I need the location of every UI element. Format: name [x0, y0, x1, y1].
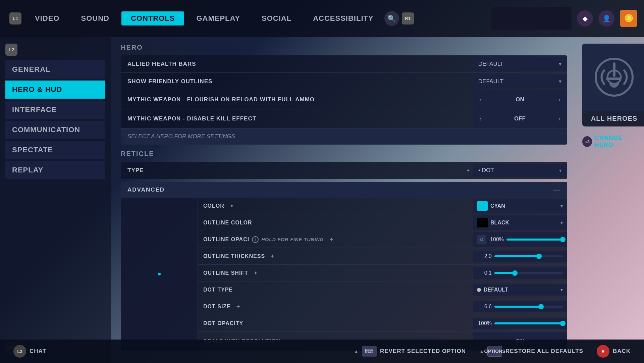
next-arrow-button[interactable]: ›: [553, 94, 566, 106]
chevron-down-icon: ▾: [560, 220, 563, 225]
chevron-down-icon: ▾: [559, 168, 561, 173]
revert-action[interactable]: ▲ ⌨ REVERT SELECTED OPTION: [354, 346, 466, 357]
reset-button[interactable]: ↺: [477, 235, 486, 244]
hero-name: ALL HEROES: [582, 111, 644, 126]
r1-badge: R1: [402, 12, 414, 24]
revert-label: REVERT SELECTED OPTION: [380, 348, 466, 355]
advanced-header[interactable]: ADVANCED —: [121, 182, 567, 198]
outline-color-swatch: [477, 218, 488, 227]
allied-health-bars-row: ALLIED HEALTH BARS DEFAULT ▾: [121, 55, 567, 73]
show-friendly-outlines-value[interactable]: DEFAULT ▾: [473, 75, 567, 88]
mythic-kill-effect-label: MYTHIC WEAPON - DISABLE KILL EFFECT: [121, 111, 473, 126]
outline-color-control[interactable]: BLACK ▾: [473, 215, 567, 230]
outline-opacity-row: OUTLINE OPACI i HOLD FOR FINE TUNING ✦ ↺…: [198, 231, 567, 248]
options-badge: OPTIONS: [487, 346, 502, 357]
tab-accessibility[interactable]: ACCESSIBILITY: [304, 11, 383, 25]
star-icon: ✦: [254, 270, 258, 276]
advanced-settings-list: COLOR ✦ CYAN ▾ OUTLINE COLOR: [198, 198, 567, 351]
sidebar-item-interface[interactable]: INTERFACE: [5, 101, 105, 119]
change-hero-label: CHANGE HERO: [595, 135, 639, 149]
slider-thumb[interactable]: [560, 321, 566, 326]
outline-color-row: OUTLINE COLOR BLACK ▾: [198, 214, 567, 231]
sidebar-item-replay[interactable]: REPLAY: [5, 161, 105, 179]
slider-thumb[interactable]: [538, 304, 544, 309]
outline-opacity-control: ↺ 100%: [473, 232, 567, 247]
tab-controls[interactable]: CONTROLS: [121, 11, 184, 25]
sidebar-item-spectate[interactable]: SPECTATE: [5, 141, 105, 159]
show-friendly-outlines-label: SHOW FRIENDLY OUTLINES: [121, 74, 473, 89]
currency-button[interactable]: 🪙: [620, 10, 637, 27]
reticle-type-selector[interactable]: • DOT ▾: [473, 164, 567, 177]
mythic-kill-effect-value: OFF: [486, 115, 553, 122]
restore-label: RESTORE ALL DEFAULTS: [505, 348, 583, 355]
outline-thickness-row: OUTLINE THICKNESS ✦ 2.0: [198, 248, 567, 265]
sidebar-item-general[interactable]: GENERAL: [5, 60, 105, 79]
color-control[interactable]: CYAN ▾: [473, 199, 567, 213]
slider-fill: [494, 255, 539, 257]
l2-badge: L2: [5, 44, 17, 56]
change-hero-button[interactable]: ○3 CHANGE HERO: [582, 132, 639, 151]
dot-preview-dot: [158, 273, 161, 275]
allied-health-bars-label: ALLIED HEALTH BARS: [121, 57, 473, 71]
outline-shift-control: 0.1: [473, 267, 567, 279]
sidebar: L2 GENERAL HERO & HUD INTERFACE COMMUNIC…: [0, 37, 111, 363]
diamond-icon[interactable]: ◆: [577, 10, 593, 27]
tab-video[interactable]: VIDEO: [25, 11, 69, 25]
advanced-content: COLOR ✦ CYAN ▾ OUTLINE COLOR: [121, 198, 567, 351]
hero-card: ALL HEROES: [582, 44, 644, 126]
dot-size-slider[interactable]: [494, 306, 563, 308]
hero-section-title: HERO: [121, 44, 567, 51]
mythic-flourish-control: ‹ ON ›: [473, 90, 567, 109]
outline-opacity-slider[interactable]: [506, 239, 563, 241]
l1-badge: L1: [9, 12, 21, 24]
restore-action[interactable]: ▲ OPTIONS RESTORE ALL DEFAULTS: [479, 346, 583, 357]
reticle-type-label: TYPE: [121, 163, 464, 178]
prev-arrow-button[interactable]: ‹: [474, 113, 486, 125]
dot-opacity-row: DOT OPACITY 100%: [198, 315, 567, 332]
tab-gameplay[interactable]: GAMEPLAY: [187, 11, 250, 25]
dot-size-row: DOT SIZE ✦ 6.6: [198, 298, 567, 315]
outline-thickness-control: 2.0: [473, 251, 567, 262]
tab-sound[interactable]: SOUND: [71, 11, 118, 25]
dot-type-row: DOT TYPE DEFAULT ▾: [198, 281, 567, 298]
slider-fill: [494, 306, 541, 308]
back-action[interactable]: ● BACK: [597, 345, 631, 358]
reticle-preview: [121, 198, 198, 351]
slider-thumb[interactable]: [560, 237, 566, 242]
dot-opacity-label: DOT OPACITY: [198, 317, 473, 330]
outline-shift-slider[interactable]: [494, 272, 563, 274]
info-icon: i: [252, 236, 259, 243]
collapse-icon[interactable]: —: [553, 186, 560, 194]
outline-opacity-value: 100%: [489, 237, 504, 243]
outline-opacity-label: OUTLINE OPACI i HOLD FOR FINE TUNING ✦: [198, 233, 473, 246]
prev-arrow-button[interactable]: ‹: [474, 94, 486, 106]
slider-fill: [494, 272, 515, 274]
color-swatch: [477, 201, 488, 211]
hero-logo-area: [582, 44, 644, 111]
dot-type-value: DEFAULT: [484, 287, 558, 293]
allied-health-bars-value[interactable]: DEFAULT ▾: [473, 57, 567, 71]
dot-type-control[interactable]: DEFAULT ▾: [473, 284, 567, 296]
top-navigation: L1 VIDEO SOUND CONTROLS GAMEPLAY SOCIAL …: [0, 0, 644, 37]
mythic-flourish-value: ON: [486, 96, 553, 103]
dot-opacity-slider[interactable]: [494, 322, 563, 324]
outline-color-label: OUTLINE COLOR: [198, 216, 473, 229]
tab-social[interactable]: SOCIAL: [252, 11, 301, 25]
outline-thickness-label: OUTLINE THICKNESS ✦: [198, 250, 473, 263]
next-arrow-button[interactable]: ›: [553, 113, 566, 125]
l3-button[interactable]: L3: [13, 345, 26, 358]
outline-thickness-slider[interactable]: [494, 255, 563, 257]
color-label: COLOR ✦: [198, 200, 473, 212]
top-right-area: ◆ 👤 🪙: [491, 7, 637, 30]
search-button[interactable]: 🔍: [384, 11, 399, 26]
slider-thumb[interactable]: [512, 270, 518, 276]
sidebar-item-communication[interactable]: COMMUNICATION: [5, 121, 105, 139]
chevron-down-icon: ▾: [559, 78, 561, 85]
outline-color-value: BLACK: [490, 220, 558, 226]
sidebar-item-hero-hud[interactable]: HERO & HUD: [5, 81, 105, 99]
profile-icon[interactable]: 👤: [598, 10, 614, 27]
star-icon: ✦: [329, 237, 334, 242]
slider-thumb[interactable]: [536, 254, 542, 259]
dot-size-control: 6.6: [473, 301, 567, 312]
dot-size-value: 6.6: [477, 304, 492, 310]
